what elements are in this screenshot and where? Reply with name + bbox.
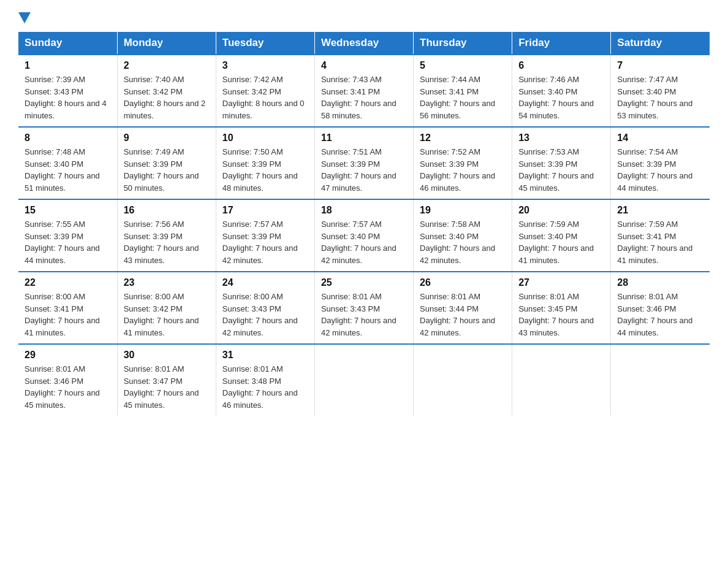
day-number: 13 bbox=[518, 132, 604, 144]
day-header-friday: Friday bbox=[512, 32, 611, 55]
day-info: Sunrise: 8:01 AM Sunset: 3:48 PM Dayligh… bbox=[222, 363, 308, 411]
calendar-day-cell bbox=[611, 344, 710, 416]
day-info: Sunrise: 8:01 AM Sunset: 3:44 PM Dayligh… bbox=[420, 291, 506, 339]
day-info: Sunrise: 7:56 AM Sunset: 3:39 PM Dayligh… bbox=[124, 218, 210, 266]
calendar-week-row: 22 Sunrise: 8:00 AM Sunset: 3:41 PM Dayl… bbox=[18, 272, 710, 344]
day-number: 22 bbox=[25, 277, 111, 288]
day-number: 1 bbox=[25, 60, 111, 71]
logo-triangle-icon bbox=[18, 12, 31, 23]
day-number: 24 bbox=[222, 277, 308, 288]
day-header-monday: Monday bbox=[117, 32, 216, 55]
calendar-day-cell bbox=[314, 344, 413, 416]
calendar-day-cell: 30 Sunrise: 8:01 AM Sunset: 3:47 PM Dayl… bbox=[117, 344, 216, 416]
day-info: Sunrise: 7:44 AM Sunset: 3:41 PM Dayligh… bbox=[420, 74, 506, 121]
day-number: 9 bbox=[124, 132, 210, 144]
day-number: 11 bbox=[321, 132, 407, 144]
day-header-tuesday: Tuesday bbox=[216, 32, 314, 55]
calendar-day-cell: 12 Sunrise: 7:52 AM Sunset: 3:39 PM Dayl… bbox=[414, 127, 512, 199]
day-number: 10 bbox=[222, 132, 308, 144]
calendar-day-cell bbox=[414, 344, 512, 416]
calendar-week-row: 8 Sunrise: 7:48 AM Sunset: 3:40 PM Dayli… bbox=[18, 127, 710, 199]
day-info: Sunrise: 7:54 AM Sunset: 3:39 PM Dayligh… bbox=[617, 146, 703, 194]
day-header-thursday: Thursday bbox=[414, 32, 512, 55]
day-info: Sunrise: 7:57 AM Sunset: 3:39 PM Dayligh… bbox=[222, 218, 308, 266]
day-info: Sunrise: 7:53 AM Sunset: 3:39 PM Dayligh… bbox=[518, 146, 604, 194]
day-info: Sunrise: 8:00 AM Sunset: 3:41 PM Dayligh… bbox=[25, 291, 111, 339]
day-number: 6 bbox=[518, 60, 604, 71]
day-number: 21 bbox=[617, 205, 703, 216]
calendar-day-cell: 28 Sunrise: 8:01 AM Sunset: 3:46 PM Dayl… bbox=[611, 272, 710, 344]
day-number: 18 bbox=[321, 205, 407, 216]
day-number: 12 bbox=[420, 132, 506, 144]
calendar-day-cell: 7 Sunrise: 7:47 AM Sunset: 3:40 PM Dayli… bbox=[611, 55, 710, 127]
calendar-day-cell bbox=[512, 344, 611, 416]
day-number: 28 bbox=[617, 277, 703, 288]
day-header-wednesday: Wednesday bbox=[314, 32, 413, 55]
day-number: 4 bbox=[321, 60, 407, 71]
calendar-day-cell: 27 Sunrise: 8:01 AM Sunset: 3:45 PM Dayl… bbox=[512, 272, 611, 344]
calendar-day-cell: 31 Sunrise: 8:01 AM Sunset: 3:48 PM Dayl… bbox=[216, 344, 314, 416]
day-number: 31 bbox=[222, 350, 308, 361]
calendar-day-cell: 24 Sunrise: 8:00 AM Sunset: 3:43 PM Dayl… bbox=[216, 272, 314, 344]
day-number: 26 bbox=[420, 277, 506, 288]
day-number: 15 bbox=[25, 205, 111, 216]
calendar-day-cell: 4 Sunrise: 7:43 AM Sunset: 3:41 PM Dayli… bbox=[314, 55, 413, 127]
day-info: Sunrise: 7:52 AM Sunset: 3:39 PM Dayligh… bbox=[420, 146, 506, 194]
svg-marker-0 bbox=[18, 12, 31, 23]
day-number: 5 bbox=[420, 60, 506, 71]
calendar-day-cell: 19 Sunrise: 7:58 AM Sunset: 3:40 PM Dayl… bbox=[414, 199, 512, 272]
header bbox=[18, 12, 710, 23]
day-info: Sunrise: 8:00 AM Sunset: 3:43 PM Dayligh… bbox=[222, 291, 308, 339]
day-info: Sunrise: 7:42 AM Sunset: 3:42 PM Dayligh… bbox=[222, 74, 308, 121]
calendar-day-cell: 1 Sunrise: 7:39 AM Sunset: 3:43 PM Dayli… bbox=[18, 55, 117, 127]
day-info: Sunrise: 7:59 AM Sunset: 3:41 PM Dayligh… bbox=[617, 218, 703, 266]
calendar-day-cell: 18 Sunrise: 7:57 AM Sunset: 3:40 PM Dayl… bbox=[314, 199, 413, 272]
day-info: Sunrise: 7:58 AM Sunset: 3:40 PM Dayligh… bbox=[420, 218, 506, 266]
calendar-day-cell: 5 Sunrise: 7:44 AM Sunset: 3:41 PM Dayli… bbox=[414, 55, 512, 127]
logo bbox=[18, 12, 31, 23]
calendar-day-cell: 3 Sunrise: 7:42 AM Sunset: 3:42 PM Dayli… bbox=[216, 55, 314, 127]
day-number: 19 bbox=[420, 205, 506, 216]
calendar-day-cell: 22 Sunrise: 8:00 AM Sunset: 3:41 PM Dayl… bbox=[18, 272, 117, 344]
day-info: Sunrise: 7:55 AM Sunset: 3:39 PM Dayligh… bbox=[25, 218, 111, 266]
day-number: 27 bbox=[518, 277, 604, 288]
day-info: Sunrise: 8:01 AM Sunset: 3:46 PM Dayligh… bbox=[25, 363, 111, 411]
day-number: 23 bbox=[124, 277, 210, 288]
calendar-day-cell: 9 Sunrise: 7:49 AM Sunset: 3:39 PM Dayli… bbox=[117, 127, 216, 199]
calendar-day-cell: 8 Sunrise: 7:48 AM Sunset: 3:40 PM Dayli… bbox=[18, 127, 117, 199]
day-info: Sunrise: 7:51 AM Sunset: 3:39 PM Dayligh… bbox=[321, 146, 407, 194]
day-info: Sunrise: 7:48 AM Sunset: 3:40 PM Dayligh… bbox=[25, 146, 111, 194]
day-number: 25 bbox=[321, 277, 407, 288]
calendar-day-cell: 11 Sunrise: 7:51 AM Sunset: 3:39 PM Dayl… bbox=[314, 127, 413, 199]
calendar-day-cell: 16 Sunrise: 7:56 AM Sunset: 3:39 PM Dayl… bbox=[117, 199, 216, 272]
calendar-week-row: 15 Sunrise: 7:55 AM Sunset: 3:39 PM Dayl… bbox=[18, 199, 710, 272]
day-info: Sunrise: 7:57 AM Sunset: 3:40 PM Dayligh… bbox=[321, 218, 407, 266]
day-info: Sunrise: 7:47 AM Sunset: 3:40 PM Dayligh… bbox=[617, 74, 703, 121]
day-info: Sunrise: 7:59 AM Sunset: 3:40 PM Dayligh… bbox=[518, 218, 604, 266]
calendar-header-row: SundayMondayTuesdayWednesdayThursdayFrid… bbox=[18, 32, 710, 55]
day-number: 3 bbox=[222, 60, 308, 71]
calendar-day-cell: 10 Sunrise: 7:50 AM Sunset: 3:39 PM Dayl… bbox=[216, 127, 314, 199]
calendar-day-cell: 17 Sunrise: 7:57 AM Sunset: 3:39 PM Dayl… bbox=[216, 199, 314, 272]
calendar-day-cell: 29 Sunrise: 8:01 AM Sunset: 3:46 PM Dayl… bbox=[18, 344, 117, 416]
day-info: Sunrise: 8:00 AM Sunset: 3:42 PM Dayligh… bbox=[124, 291, 210, 339]
day-info: Sunrise: 8:01 AM Sunset: 3:47 PM Dayligh… bbox=[124, 363, 210, 411]
day-info: Sunrise: 8:01 AM Sunset: 3:46 PM Dayligh… bbox=[617, 291, 703, 339]
calendar-day-cell: 14 Sunrise: 7:54 AM Sunset: 3:39 PM Dayl… bbox=[611, 127, 710, 199]
day-number: 20 bbox=[518, 205, 604, 216]
calendar-day-cell: 15 Sunrise: 7:55 AM Sunset: 3:39 PM Dayl… bbox=[18, 199, 117, 272]
day-number: 7 bbox=[617, 60, 703, 71]
day-header-saturday: Saturday bbox=[611, 32, 710, 55]
day-number: 2 bbox=[124, 60, 210, 71]
calendar-day-cell: 25 Sunrise: 8:01 AM Sunset: 3:43 PM Dayl… bbox=[314, 272, 413, 344]
calendar-week-row: 1 Sunrise: 7:39 AM Sunset: 3:43 PM Dayli… bbox=[18, 55, 710, 127]
calendar-week-row: 29 Sunrise: 8:01 AM Sunset: 3:46 PM Dayl… bbox=[18, 344, 710, 416]
day-info: Sunrise: 8:01 AM Sunset: 3:45 PM Dayligh… bbox=[518, 291, 604, 339]
calendar-day-cell: 20 Sunrise: 7:59 AM Sunset: 3:40 PM Dayl… bbox=[512, 199, 611, 272]
day-info: Sunrise: 7:43 AM Sunset: 3:41 PM Dayligh… bbox=[321, 74, 407, 121]
calendar-day-cell: 2 Sunrise: 7:40 AM Sunset: 3:42 PM Dayli… bbox=[117, 55, 216, 127]
calendar-day-cell: 26 Sunrise: 8:01 AM Sunset: 3:44 PM Dayl… bbox=[414, 272, 512, 344]
day-number: 8 bbox=[25, 132, 111, 144]
day-number: 17 bbox=[222, 205, 308, 216]
calendar-day-cell: 23 Sunrise: 8:00 AM Sunset: 3:42 PM Dayl… bbox=[117, 272, 216, 344]
